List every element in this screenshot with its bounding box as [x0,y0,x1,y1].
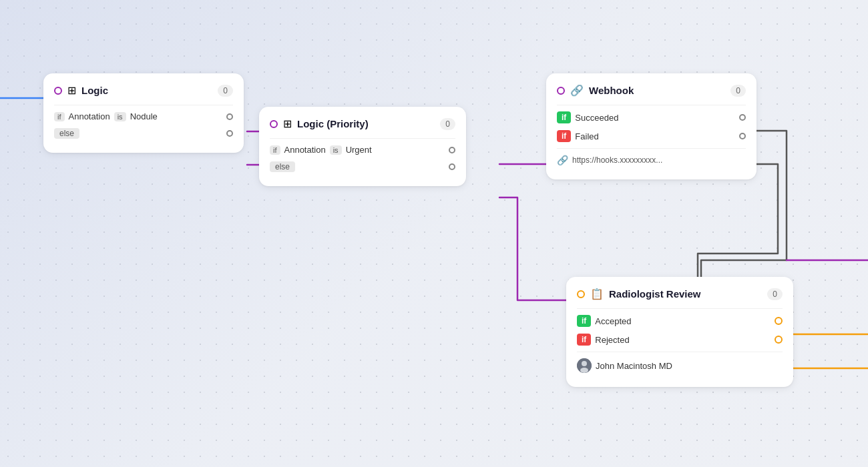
else-label: else [54,128,79,139]
svg-point-3 [580,368,588,373]
webhook-title: Webhook [589,85,725,96]
divider2 [270,138,455,139]
accepted-label: Accepted [595,316,631,326]
user-name: John Macintosh MD [596,361,672,371]
radiologist-rejected-row: if Rejected [577,330,783,349]
lp-else-row: else [270,158,455,175]
lp-else-label: else [270,161,295,172]
logic-priority-header: ⊞ Logic (Priority) 0 [270,117,455,130]
webhook-succeeded-connector[interactable] [739,114,746,121]
radiologist-accepted-row: if Accepted [577,312,783,330]
logic-node: ⊞ Logic 0 if Annotation is Nodule else [43,73,244,153]
radiologist-icon: 📋 [590,288,604,300]
if-label: if [54,112,65,121]
lp-if-connector[interactable] [449,147,455,153]
webhook-failed-row: if Failed [557,127,746,145]
divider3 [557,105,746,105]
radiologist-user-row: John Macintosh MD [577,355,783,376]
user-avatar [577,358,592,373]
if-badge-rejected: if [577,334,591,346]
radiologist-accepted-connector[interactable] [775,317,783,325]
logic-nodule-value: Nodule [130,111,158,121]
logic-priority-dot[interactable] [270,120,278,128]
webhook-failed-connector[interactable] [739,133,746,139]
logic-else-connector[interactable] [226,130,233,137]
if-label2: if [270,145,280,155]
logic-icon: ⊞ [67,84,76,97]
divider4 [557,148,746,149]
logic-if-connector[interactable] [226,113,233,120]
workflow-canvas: ⊞ Logic 0 if Annotation is Nodule else ⊞… [0,0,868,467]
lp-if-row: if Annotation is Urgent [270,141,455,158]
is-label2: is [330,145,342,155]
divider5 [577,308,783,309]
webhook-succeeded-row: if Succeeded [557,108,746,127]
webhook-header: 🔗 Webhook 0 [557,84,746,97]
if-badge-accepted: if [577,315,591,327]
webhook-url: https://hooks.xxxxxxxxx... [572,155,662,165]
radiologist-badge: 0 [767,288,783,300]
if-badge-succeeded: if [557,111,571,123]
webhook-dot[interactable] [557,87,565,95]
logic-priority-title: Logic (Priority) [297,118,435,129]
connector-lines [0,0,868,467]
succeeded-label: Succeeded [575,113,618,123]
webhook-node: 🔗 Webhook 0 if Succeeded if Failed 🔗 htt… [546,73,756,179]
logic-if-row: if Annotation is Nodule [54,108,233,125]
failed-label: Failed [575,131,598,141]
divider6 [577,352,783,352]
svg-point-2 [582,361,587,366]
lp-else-connector[interactable] [449,163,455,170]
logic-priority-badge: 0 [440,118,455,130]
lp-urgent-value: Urgent [346,145,372,155]
radiologist-node: 📋 Radiologist Review 0 if Accepted if Re… [566,277,793,387]
divider [54,105,233,105]
radiologist-dot[interactable] [577,290,585,298]
logic-node-header: ⊞ Logic 0 [54,84,233,97]
webhook-link-row: 🔗 https://hooks.xxxxxxxxx... [557,151,746,169]
webhook-icon: 🔗 [570,84,584,97]
radiologist-header: 📋 Radiologist Review 0 [577,288,783,300]
logic-else-row: else [54,125,233,142]
webhook-badge: 0 [730,85,746,97]
lp-annotation-label: Annotation [284,145,326,155]
logic-node-dot[interactable] [54,87,62,95]
rejected-label: Rejected [595,335,629,345]
logic-badge: 0 [218,85,233,97]
logic-priority-icon: ⊞ [283,117,292,130]
logic-priority-node: ⊞ Logic (Priority) 0 if Annotation is Ur… [259,107,466,186]
link-icon: 🔗 [557,155,568,165]
if-badge-failed: if [557,130,571,142]
is-label: is [114,112,126,121]
logic-annotation-label: Annotation [69,111,110,121]
logic-title: Logic [81,85,212,96]
radiologist-rejected-connector[interactable] [775,336,783,344]
radiologist-title: Radiologist Review [609,288,762,300]
